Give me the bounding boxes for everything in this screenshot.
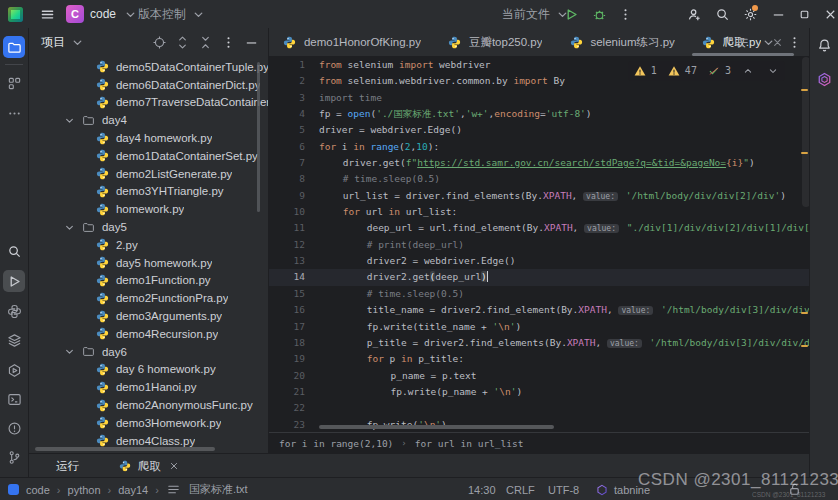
search-everywhere-icon[interactable] (714, 0, 730, 28)
chevron-down-icon[interactable] (63, 344, 76, 360)
python-packages-tool-icon[interactable] (3, 300, 25, 322)
file-encoding[interactable]: UTF-8 (548, 478, 579, 500)
code-line[interactable]: 10for url in url_list: (269, 204, 811, 220)
tree-item[interactable]: demo3Arguments.py (29, 307, 269, 325)
tree-item[interactable]: day 6 homework.py (29, 361, 269, 379)
code-line[interactable]: 13driver2 = webdriver.Edge() (269, 253, 811, 269)
ai-assistant-icon[interactable] (813, 68, 835, 90)
tree-item[interactable]: demo1Hanoi.py (29, 378, 269, 396)
run-tab[interactable]: 爬取 (117, 458, 182, 474)
expand-all-icon[interactable] (175, 34, 191, 50)
line-ending[interactable]: CRLF (506, 478, 535, 500)
run-button[interactable] (563, 0, 579, 28)
code-line[interactable]: 11deep_url = url.find_element(By.XPATH, … (269, 220, 811, 236)
main-menu-icon[interactable] (36, 0, 58, 28)
tree-item[interactable]: demo2ListGenerate.py (29, 165, 269, 183)
locate-file-icon[interactable] (152, 34, 168, 50)
code-line[interactable]: 16title_name = driver2.find_element(By.X… (269, 302, 811, 318)
more-tools-icon[interactable] (3, 102, 25, 124)
tree-item[interactable]: demo5DataContainerTuple.py (29, 58, 269, 76)
code-line[interactable]: 9url_list = driver.find_elements(By.XPAT… (269, 188, 811, 204)
code-editor[interactable]: 1from selenium import webdriver2from sel… (269, 57, 811, 433)
tree-item[interactable]: day6 (29, 343, 269, 361)
code-line[interactable]: 21fp.write(p_name + '\n') (269, 384, 811, 400)
code-line[interactable]: 15# time.sleep(0.5) (269, 286, 811, 302)
chevron-down-icon[interactable] (63, 219, 76, 235)
tabnine-status[interactable]: tabnine (594, 478, 650, 500)
code-line[interactable]: 8# time.sleep(0.5) (269, 171, 811, 187)
editor-tab[interactable]: selenium练习.py (555, 28, 687, 56)
tree-item[interactable]: demo2FunctionPra.py (29, 289, 269, 307)
tree-vertical-scrollbar[interactable] (257, 62, 260, 212)
code-with-me-icon[interactable] (686, 0, 702, 28)
run-configuration-selector[interactable]: 当前文件 (502, 0, 570, 28)
breadcrumb-item[interactable]: day14 (118, 484, 148, 496)
cursor-position[interactable]: 14:30 (468, 478, 496, 500)
tree-item[interactable]: demo6DataContainerDict.py (29, 76, 269, 94)
code-line[interactable]: 12# print(deep_url) (269, 237, 811, 253)
code-line[interactable]: 18p_title = driver2.find_elements(By.XPA… (269, 335, 811, 351)
code-line[interactable]: 19for p in p_title: (269, 351, 811, 367)
code-line[interactable]: 20p_name = p.text (269, 368, 811, 384)
python-console-tool-icon[interactable] (3, 359, 25, 381)
next-problem-icon[interactable] (765, 63, 781, 79)
terminal-tool-icon[interactable] (3, 388, 25, 410)
hide-panel-icon[interactable] (244, 34, 260, 50)
prev-problem-icon[interactable] (740, 63, 756, 79)
editor-tab[interactable]: demo1HonorOfKing.py (269, 28, 434, 56)
code-line[interactable]: 6for i in range(2,10): (269, 139, 811, 155)
breadcrumb-item[interactable]: python (68, 484, 101, 496)
debug-button[interactable] (591, 0, 607, 28)
sticky-context-bar[interactable]: for i in range(2,10)›for url in url_list (269, 432, 811, 453)
tree-horizontal-scrollbar[interactable] (35, 447, 215, 451)
version-control-tool-icon[interactable] (3, 446, 25, 468)
tree-item[interactable]: day5 homework.py (29, 254, 269, 272)
breadcrumb[interactable]: code›python›day14›国家标准.txt (8, 478, 248, 500)
breadcrumb-item[interactable]: code (26, 484, 50, 496)
project-widget[interactable]: C code (66, 0, 138, 28)
tree-item[interactable]: demo3YHTriangle.py (29, 183, 269, 201)
tree-item[interactable]: demo1DataContainerSet.py (29, 147, 269, 165)
tab-list-icon[interactable] (735, 34, 751, 50)
code-line[interactable]: 7driver.get(f"https://std.samr.gov.cn/se… (269, 155, 811, 171)
tree-item[interactable]: demo1Function.py (29, 272, 269, 290)
project-tool-icon[interactable] (3, 36, 25, 58)
tab-options-icon[interactable] (787, 34, 803, 50)
notifications-bell-icon[interactable] (813, 34, 835, 56)
tree-item[interactable]: demo3Homework.py (29, 414, 269, 432)
chevron-down-icon[interactable] (63, 112, 76, 128)
services-tool-icon[interactable] (3, 329, 25, 351)
tree-item[interactable]: demo2AnonymousFunc.py (29, 396, 269, 414)
code-line[interactable]: 17fp.write(title_name + '\n') (269, 319, 811, 335)
search-tool-icon[interactable] (3, 240, 25, 262)
tree-item[interactable]: homework.py (29, 200, 269, 218)
editor-horizontal-scrollbar[interactable] (319, 425, 554, 429)
code-line[interactable]: 4fp = open('./国家标准.txt','w+',encoding='u… (269, 106, 811, 122)
warning-stripe-mark[interactable] (801, 152, 808, 154)
tree-item[interactable]: demo7TraverseDataContainer.py (29, 94, 269, 112)
tree-item[interactable]: demo4Recursion.py (29, 325, 269, 343)
tree-item[interactable]: day4 homework.py (29, 129, 269, 147)
lock-icon[interactable] (786, 478, 802, 500)
code-line[interactable]: 22 (269, 400, 811, 416)
chevron-down-icon[interactable] (761, 34, 777, 50)
settings-gear-icon[interactable] (742, 0, 758, 28)
panel-options-icon[interactable] (221, 34, 237, 50)
warning-stripe-mark[interactable] (801, 345, 808, 347)
more-actions-icon[interactable] (617, 0, 633, 28)
code-line[interactable]: 3import time (269, 90, 811, 106)
code-line[interactable]: 14driver2.get(deep_url) (269, 269, 811, 285)
sticky-context-item[interactable]: for url in url_list (415, 438, 524, 449)
sticky-context-item[interactable]: for i in range(2,10) (279, 438, 393, 449)
run-tool-icon[interactable] (3, 270, 25, 292)
window-close-button[interactable] (822, 0, 838, 28)
editor-tab[interactable]: 豆瓣top250.py (434, 28, 556, 56)
chevron-down-icon[interactable] (70, 34, 86, 50)
warning-stripe-mark[interactable] (801, 89, 808, 91)
window-maximize-button[interactable] (796, 0, 812, 28)
breadcrumb-item[interactable]: 国家标准.txt (189, 482, 248, 497)
vcs-widget[interactable]: 版本控制 (138, 0, 206, 28)
inspections-widget[interactable]: 1 47 3 (628, 61, 785, 81)
warning-stripe-mark[interactable] (801, 312, 808, 314)
tree-item[interactable]: day5 (29, 218, 269, 236)
